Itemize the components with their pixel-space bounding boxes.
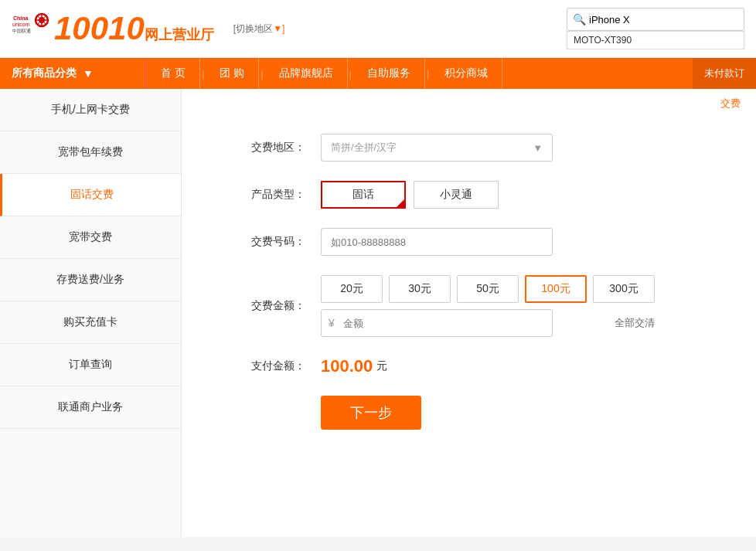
nav-link-self-service[interactable]: 自助服务 xyxy=(353,58,425,89)
nav-unpaid-label: 未付款订 xyxy=(704,66,744,80)
nav-dropdown-icon: ▼ xyxy=(83,67,94,80)
amount-btn-50[interactable]: 50元 xyxy=(457,275,519,303)
sidebar-item-landline[interactable]: 固话交费 xyxy=(0,174,181,216)
nav-all-products[interactable]: 所有商品分类 ▼ xyxy=(0,58,147,89)
pay-amount-label: 支付金额： xyxy=(243,359,305,373)
product-type-landline[interactable]: 固话 xyxy=(321,181,406,209)
sidebar-item-merchant[interactable]: 联通商户业务 xyxy=(0,386,181,429)
region-dropdown-placeholder: 简拼/全拼/汉字 xyxy=(331,141,397,155)
nav-link-flagship[interactable]: 品牌旗舰店 xyxy=(265,58,348,89)
custom-amount-wrap: ¥ xyxy=(321,309,553,337)
next-btn-row: 下一步 xyxy=(243,396,710,430)
region-row: 交费地区： 简拼/全拼/汉字 ▼ xyxy=(243,134,710,162)
pay-amount-value: 100.00 xyxy=(321,356,373,376)
region-switch[interactable]: [切换地区▼] xyxy=(233,22,285,36)
region-field: 简拼/全拼/汉字 ▼ xyxy=(321,134,710,162)
nav-right[interactable]: 未付款订 xyxy=(693,58,756,89)
sidebar-item-broadband-annual[interactable]: 宽带包年续费 xyxy=(0,131,181,174)
amount-label: 交费金额： xyxy=(243,299,305,313)
amount-btn-30[interactable]: 30元 xyxy=(389,275,451,303)
svg-text:中国联通: 中国联通 xyxy=(12,29,31,33)
nav-link-home[interactable]: 首 页 xyxy=(147,58,200,89)
phone-row: 交费号码： xyxy=(243,228,710,256)
search-box: 🔍 xyxy=(567,8,744,31)
search-icon: 🔍 xyxy=(573,13,586,26)
custom-amount-row: ¥ 全部交清 xyxy=(321,309,710,337)
amount-field: 20元 30元 50元 100元 300元 ¥ 全部交清 xyxy=(321,275,710,337)
sidebar-item-buy-card[interactable]: 购买充值卡 xyxy=(0,301,181,344)
next-step-button[interactable]: 下一步 xyxy=(321,396,421,430)
amount-btn-100[interactable]: 100元 xyxy=(525,275,587,303)
amount-group: 20元 30元 50元 100元 300元 xyxy=(321,275,710,303)
nav-link-points[interactable]: 积分商城 xyxy=(431,58,502,89)
chevron-down-icon: ▼ xyxy=(533,142,543,154)
phone-input[interactable] xyxy=(321,228,553,256)
sidebar: 手机/上网卡交费 宽带包年续费 固话交费 宽带交费 存费送费/业务 购买充值卡 … xyxy=(0,89,182,537)
product-type-row: 产品类型： 固话 小灵通 xyxy=(243,181,710,209)
amount-row: 交费金额： 20元 30元 50元 100元 300元 ¥ 全 xyxy=(243,275,710,337)
sidebar-item-order-query[interactable]: 订单查询 xyxy=(0,344,181,386)
product-type-group: 固话 小灵通 xyxy=(321,181,710,209)
phone-label: 交费号码： xyxy=(243,235,305,249)
panel-header: 交费 xyxy=(182,89,756,118)
region-label: 交费地区： xyxy=(243,141,305,155)
search-suggestion[interactable]: MOTO-XT390 xyxy=(567,31,744,49)
nav-link-group-buy[interactable]: 团 购 xyxy=(206,58,259,89)
pay-amount-unit: 元 xyxy=(376,359,387,373)
currency-prefix: ¥ xyxy=(329,317,335,329)
search-input[interactable] xyxy=(567,8,744,31)
clear-all-link[interactable]: 全部交清 xyxy=(615,316,655,330)
pay-amount-row: 支付金额： 100.00 元 xyxy=(243,356,710,376)
unicom-logo: China unicom 中国联通 xyxy=(12,9,50,48)
svg-text:unicom: unicom xyxy=(12,22,30,27)
unicom-logo-icon: China unicom 中国联通 xyxy=(12,9,50,48)
main-container: 手机/上网卡交费 宽带包年续费 固话交费 宽带交费 存费送费/业务 购买充值卡 … xyxy=(0,89,756,537)
search-area: 🔍 MOTO-XT390 xyxy=(567,8,744,49)
sidebar-item-mobile[interactable]: 手机/上网卡交费 xyxy=(0,89,181,131)
amount-btn-20[interactable]: 20元 xyxy=(321,275,383,303)
custom-amount-input[interactable] xyxy=(321,309,553,337)
page-header: China unicom 中国联通 10010网上营业厅 [切换地区▼] 🔍 M… xyxy=(0,0,756,58)
sidebar-item-store-business[interactable]: 存费送费/业务 xyxy=(0,259,181,301)
nav-all-products-label: 所有商品分类 xyxy=(12,66,77,80)
region-dropdown[interactable]: 简拼/全拼/汉字 ▼ xyxy=(321,134,553,162)
amount-btn-300[interactable]: 300元 xyxy=(593,275,655,303)
panel-tab[interactable]: 交费 xyxy=(720,97,741,111)
sidebar-item-broadband[interactable]: 宽带交费 xyxy=(0,216,181,259)
product-type-label: 产品类型： xyxy=(243,188,305,202)
right-panel: 交费 交费地区： 简拼/全拼/汉字 ▼ 产品类型： 固话 xyxy=(182,89,756,537)
content-area: 交费地区： 简拼/全拼/汉字 ▼ 产品类型： 固话 小灵通 xyxy=(182,118,756,461)
product-type-field: 固话 小灵通 xyxy=(321,181,710,209)
svg-text:China: China xyxy=(13,15,29,21)
nav-bar: 所有商品分类 ▼ 首 页 | 团 购 | 品牌旗舰店 | 自助服务 | 积分商城… xyxy=(0,58,756,89)
phone-field xyxy=(321,228,710,256)
nav-links: 首 页 | 团 购 | 品牌旗舰店 | 自助服务 | 积分商城 xyxy=(147,58,693,89)
product-type-phs[interactable]: 小灵通 xyxy=(414,181,499,209)
brand-number: 10010网上营业厅 xyxy=(54,12,214,45)
